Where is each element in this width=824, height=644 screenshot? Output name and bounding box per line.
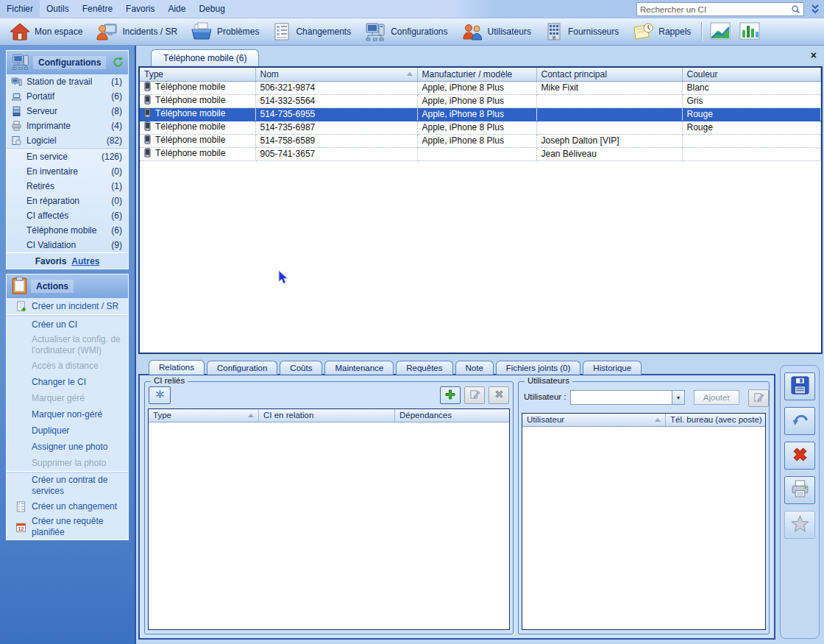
table-row[interactable]: Téléphone mobile506-321-9874Apple, iPhon… bbox=[140, 81, 821, 94]
cell-type: Téléphone mobile bbox=[140, 94, 255, 107]
refresh-icon[interactable] bbox=[113, 57, 124, 70]
action-supprimer-la-photo: Supprimer la photo bbox=[7, 455, 128, 471]
menu-item-fen-tre[interactable]: Fenêtre bbox=[76, 0, 119, 18]
detail-tab-configuration[interactable]: Configuration bbox=[207, 361, 277, 375]
bar-chart-button[interactable] bbox=[735, 21, 764, 43]
close-icon[interactable]: × bbox=[811, 50, 817, 60]
action-cr-er-un-changement[interactable]: Créer un changement bbox=[7, 498, 128, 514]
table-row[interactable]: Téléphone mobile514-332-5564Apple, iPhon… bbox=[140, 94, 821, 107]
sidebar-item-ci-affect-s[interactable]: CI affectés(6) bbox=[7, 208, 128, 223]
search-input[interactable] bbox=[637, 5, 791, 14]
column-header-utilisateur[interactable]: Utilisateur bbox=[522, 414, 666, 426]
ci-list-table: TypeNomManufacturier / modèleContact pri… bbox=[138, 66, 823, 354]
sidebar-item-en-service[interactable]: En service(126) bbox=[7, 149, 128, 164]
column-header-manufacturier-mod-le[interactable]: Manufacturier / modèle bbox=[417, 68, 536, 81]
detail-tab-historique[interactable]: Historique bbox=[583, 361, 642, 375]
table-row[interactable]: Téléphone mobile514-735-6955Apple, iPhon… bbox=[140, 107, 821, 121]
column-header-t-l-bureau-avec-poste[interactable]: Tél. bureau (avec poste) bbox=[666, 414, 765, 426]
detail-tab-maintenance[interactable]: Maintenance bbox=[324, 361, 394, 375]
sidebar-item-serveur[interactable]: Serveur(8) bbox=[7, 104, 128, 118]
search-box[interactable] bbox=[636, 2, 804, 16]
combobox-dropdown-icon[interactable]: ▼ bbox=[672, 391, 684, 404]
menu-item-favoris[interactable]: Favoris bbox=[119, 0, 161, 18]
action-dupliquer[interactable]: Dupliquer bbox=[7, 422, 128, 439]
cell-couleur: Rouge bbox=[682, 121, 821, 134]
sidebar-item-en-r-paration[interactable]: En réparation(0) bbox=[7, 194, 128, 208]
configurations-icon bbox=[11, 53, 30, 73]
sidebar-item-station-de-travail[interactable]: Station de travail(1) bbox=[7, 74, 128, 89]
toolbar-item-utilisateurs[interactable]: Utilisateurs bbox=[455, 20, 538, 43]
toolbar-item-mon-espace[interactable]: Mon espace bbox=[3, 20, 89, 43]
table-row[interactable]: Téléphone mobile905-741-3657Jean Bélivea… bbox=[140, 147, 821, 160]
cell-type-text: Téléphone mobile bbox=[155, 82, 225, 92]
sidebar-item-retir-s[interactable]: Retirés(1) bbox=[7, 179, 128, 194]
column-header-d-pendances[interactable]: Dépendances bbox=[395, 409, 509, 422]
table-row[interactable]: Téléphone mobile514-758-6589Apple, iPhon… bbox=[140, 134, 821, 147]
menu-item-fichier[interactable]: Fichier bbox=[0, 0, 40, 18]
action-cr-er-une-requ-te-planifi-e[interactable]: 12Créer une requête planifiée bbox=[7, 514, 128, 539]
column-header-type[interactable]: Type bbox=[149, 409, 259, 422]
sidebar-item-t-l-phone-mobile[interactable]: Téléphone mobile(6) bbox=[7, 223, 128, 238]
toolbar-item-incidents-sr[interactable]: Incidents / SR bbox=[89, 20, 184, 43]
toolbar-item-changements[interactable]: Changements bbox=[266, 20, 358, 43]
sort-asc-icon bbox=[248, 414, 254, 417]
toolbar-item-rappels[interactable]: Rappels bbox=[625, 20, 697, 43]
tab-telephone-mobile[interactable]: Téléphone mobile (6) bbox=[151, 49, 259, 66]
action-cr-er-un-incident-sr[interactable]: Créer un incident / SR bbox=[7, 298, 128, 314]
sidebar-item-en-inventaire[interactable]: En inventaire(0) bbox=[7, 164, 128, 179]
save-button[interactable] bbox=[784, 372, 815, 400]
column-header-contact-principal[interactable]: Contact principal bbox=[536, 68, 682, 81]
cell-type-text: Téléphone mobile bbox=[155, 148, 225, 158]
cell-modele bbox=[417, 147, 536, 160]
column-header-couleur[interactable]: Couleur bbox=[682, 68, 821, 81]
detail-tabs: RelationsConfigurationCoûtsMaintenanceRe… bbox=[138, 360, 642, 375]
chevron-double-down-icon[interactable] bbox=[811, 4, 820, 17]
favorite-button bbox=[784, 511, 815, 539]
sidebar-item-imprimante[interactable]: Imprimante(4) bbox=[7, 118, 128, 133]
action-changer-le-ci[interactable]: Changer le CI bbox=[7, 374, 128, 390]
toolbar-item-fournisseurs[interactable]: Fournisseurs bbox=[538, 20, 625, 43]
menu-item-debug[interactable]: Debug bbox=[192, 0, 231, 18]
sidebar-item-count: (82) bbox=[107, 135, 122, 146]
action-marquer-non-g-r[interactable]: Marquer non-géré bbox=[7, 406, 128, 422]
utilisateur-combobox[interactable]: ▼ bbox=[570, 390, 685, 405]
toolbar-item-probl-mes[interactable]: Problèmes bbox=[184, 20, 266, 43]
detail-tab-note[interactable]: Note bbox=[455, 361, 494, 375]
relation-button[interactable] bbox=[149, 386, 171, 404]
favoris-label[interactable]: Favoris bbox=[35, 256, 67, 266]
print-button[interactable] bbox=[784, 476, 815, 504]
phone-icon bbox=[144, 82, 151, 93]
phone-icon bbox=[144, 121, 151, 133]
delete-button[interactable] bbox=[784, 442, 815, 470]
detail-tab-co-ts[interactable]: Coûts bbox=[280, 361, 322, 375]
action-assigner-une-photo[interactable]: Assigner une photo bbox=[7, 439, 128, 455]
menu-bar: FichierOutilsFenêtreFavorisAideDebug bbox=[0, 0, 824, 18]
column-header-nom[interactable]: Nom bbox=[255, 68, 417, 81]
undo-button[interactable] bbox=[784, 407, 815, 435]
column-header-ci-en-relation[interactable]: CI en relation bbox=[259, 409, 395, 422]
action-cr-er-un-ci[interactable]: Créer un CI bbox=[7, 316, 128, 333]
table-row[interactable]: Téléphone mobile514-735-6987Apple, iPhon… bbox=[140, 121, 821, 134]
menu-item-outils[interactable]: Outils bbox=[40, 0, 76, 18]
action-label: Créer un changement bbox=[32, 501, 117, 512]
cell-nom: 514-735-6955 bbox=[255, 107, 417, 121]
detail-tab-relations[interactable]: Relations bbox=[149, 360, 205, 375]
search-icon[interactable] bbox=[791, 4, 803, 14]
cell-nom: 514-332-5564 bbox=[255, 94, 417, 107]
line-chart-button[interactable] bbox=[706, 21, 735, 43]
sidebar-item-ci-validation[interactable]: CI Validation(9) bbox=[7, 238, 128, 252]
menu-item-aide[interactable]: Aide bbox=[161, 0, 192, 18]
cell-contact bbox=[536, 121, 682, 134]
detail-tab-requ-tes[interactable]: Requêtes bbox=[396, 361, 452, 375]
column-header-label: Contact principal bbox=[541, 69, 607, 79]
sidebar-item-logiciel[interactable]: Logiciel(82) bbox=[7, 133, 128, 148]
add-relation-button[interactable] bbox=[440, 386, 461, 404]
phone-icon bbox=[144, 95, 151, 107]
autres-link[interactable]: Autres bbox=[71, 256, 99, 266]
toolbar-item-configurations[interactable]: Configurations bbox=[358, 20, 454, 43]
column-header-type[interactable]: Type bbox=[140, 68, 255, 81]
action-cr-er-un-contrat-de-services[interactable]: Créer un contrat de services bbox=[7, 473, 128, 498]
sidebar-item-portatif[interactable]: Portatif(6) bbox=[7, 89, 128, 104]
detail-tab-fichiers-joints-0[interactable]: Fichiers joints (0) bbox=[496, 361, 581, 375]
sidebar-item-label: Portatif bbox=[26, 91, 54, 102]
